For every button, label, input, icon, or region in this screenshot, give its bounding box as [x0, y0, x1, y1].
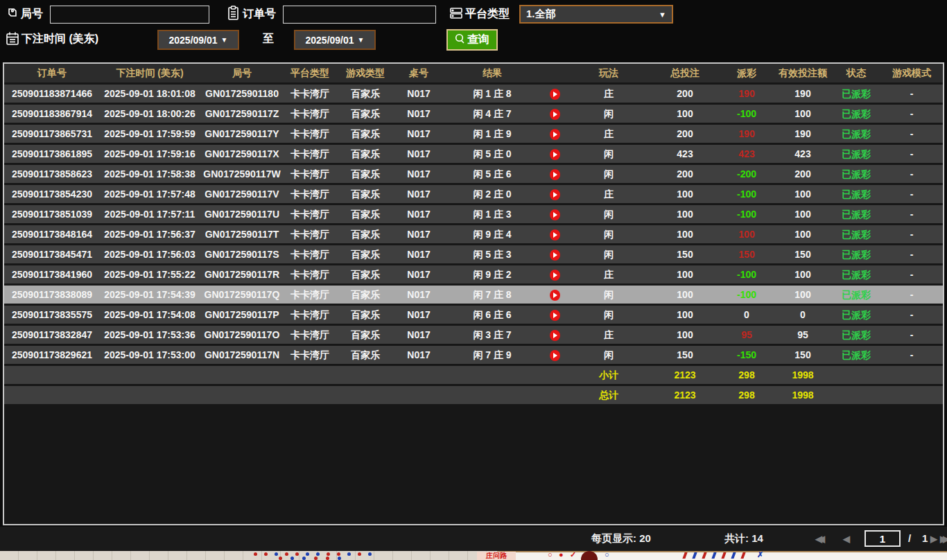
table-row[interactable]: 250901173835575 2025-09-01 17:54:08 GN01…: [4, 306, 943, 324]
play-circle-icon[interactable]: [550, 229, 560, 240]
play-circle-icon[interactable]: [550, 129, 560, 140]
platform-cell: 卡卡湾厅: [284, 85, 336, 103]
total-row: 总计 2123 298 1998: [4, 386, 943, 404]
server-stack-icon: [449, 6, 463, 23]
status-badge: 已派彩: [832, 85, 880, 103]
table-row[interactable]: 250901173838089 2025-09-01 17:54:39 GN01…: [4, 286, 943, 304]
bet-time-cell: 2025-09-01 17:53:00: [100, 346, 200, 364]
page-number-input[interactable]: [865, 530, 901, 547]
status-badge: 已派彩: [832, 346, 880, 364]
game-mode-cell: -: [880, 286, 943, 304]
result-cell: 闲 5 庄 0: [442, 145, 542, 163]
play-circle-icon[interactable]: [550, 169, 560, 180]
play-circle-icon[interactable]: [550, 270, 560, 281]
table-row[interactable]: 250901173832847 2025-09-01 17:53:36 GN01…: [4, 326, 943, 344]
page-total: 1: [922, 532, 928, 544]
table-row[interactable]: 250901173841960 2025-09-01 17:55:22 GN01…: [4, 265, 943, 283]
play-circle-icon[interactable]: [550, 350, 560, 361]
play-circle-icon[interactable]: [550, 290, 560, 301]
result-cell: 闲 5 庄 3: [442, 245, 542, 263]
replay-cell: [542, 346, 567, 364]
status-badge: 已派彩: [832, 286, 880, 304]
replay-cell: [542, 85, 567, 103]
bet-time-cell: 2025-09-01 17:54:39: [100, 286, 200, 304]
total-bet-cell: 150: [650, 245, 720, 263]
total-bet-cell: 100: [650, 306, 720, 324]
play-circle-icon[interactable]: [550, 189, 560, 200]
table-row[interactable]: 250901173829621 2025-09-01 17:53:00 GN01…: [4, 346, 943, 364]
bet-time-cell: 2025-09-01 17:54:08: [100, 306, 200, 324]
game-mode-cell: -: [880, 85, 943, 103]
platform-cell: 卡卡湾厅: [284, 346, 336, 364]
table-row[interactable]: 250901173858623 2025-09-01 17:58:38 GN01…: [4, 165, 943, 183]
bet-time-cell: 2025-09-01 17:56:37: [100, 225, 200, 243]
order-no-label: 订单号: [243, 7, 276, 21]
round-no-input[interactable]: [50, 6, 209, 24]
total-label: 总计: [567, 386, 650, 404]
payout-cell: 0: [720, 306, 774, 324]
table-header-row: 订单号 下注时间 (美东) 局号 平台类型 游戏类型 桌号 结果 玩法 总投注 …: [4, 64, 943, 82]
platform-cell: 卡卡湾厅: [284, 165, 336, 183]
table-no-cell: N017: [395, 326, 442, 344]
valid-bet-sum: 1998: [774, 386, 832, 404]
play-circle-icon[interactable]: [550, 330, 560, 341]
valid-bet-cell: 95: [774, 326, 832, 344]
play-cell: 闲: [567, 245, 650, 263]
col-header-round-no: 局号: [200, 64, 284, 82]
game-type-cell: 百家乐: [336, 125, 395, 143]
next-page-icon[interactable]: ▶: [930, 534, 937, 544]
game-type-cell: 百家乐: [336, 286, 395, 304]
total-bet-cell: 100: [650, 286, 720, 304]
result-cell: 闲 7 庄 9: [442, 346, 542, 364]
bet-time-cell: 2025-09-01 17:58:38: [100, 165, 200, 183]
table-row[interactable]: 250901173845471 2025-09-01 17:56:03 GN01…: [4, 245, 943, 263]
play-circle-icon[interactable]: [550, 109, 560, 120]
play-cell: 庄: [567, 326, 650, 344]
payout-cell: 190: [720, 125, 774, 143]
search-button[interactable]: 查询: [446, 29, 498, 51]
bet-time-cell: 2025-09-01 18:01:08: [100, 85, 200, 103]
col-header-valid-bet: 有效投注额: [774, 64, 832, 82]
table-no-cell: N017: [395, 185, 442, 203]
date-to-label: 至: [263, 32, 274, 46]
date-from-picker[interactable]: 2025/09/01 ▼: [157, 30, 239, 50]
table-row[interactable]: 250901173865731 2025-09-01 17:59:59 GN01…: [4, 125, 943, 143]
date-from-value: 2025/09/01: [169, 35, 218, 46]
game-mode-cell: -: [880, 185, 943, 203]
platform-cell: 卡卡湾厅: [284, 205, 336, 223]
game-mode-cell: -: [880, 205, 943, 223]
result-cell: 闲 7 庄 8: [442, 286, 542, 304]
platform-type-select[interactable]: 1.全部 ▼: [519, 5, 673, 24]
table-row[interactable]: 250901183871466 2025-09-01 18:01:08 GN01…: [4, 85, 943, 103]
play-cell: 闲: [567, 165, 650, 183]
play-circle-icon[interactable]: [550, 250, 560, 261]
platform-cell: 卡卡湾厅: [284, 125, 336, 143]
first-page-icon[interactable]: ◀◀: [815, 534, 821, 544]
platform-type-value: 1.全部: [521, 8, 659, 21]
table-row[interactable]: 250901173851039 2025-09-01 17:57:11 GN01…: [4, 205, 943, 223]
play-circle-icon[interactable]: [550, 310, 560, 321]
game-mode-cell: -: [880, 225, 943, 243]
table-row[interactable]: 250901173861895 2025-09-01 17:59:16 GN01…: [4, 145, 943, 163]
play-circle-icon[interactable]: [550, 149, 560, 160]
order-no-input[interactable]: [283, 6, 436, 24]
total-bet-cell: 200: [650, 165, 720, 183]
play-circle-icon[interactable]: [550, 209, 560, 220]
date-to-picker[interactable]: 2025/09/01 ▼: [294, 30, 376, 50]
payout-cell: -100: [720, 286, 774, 304]
round-no-cell: GN0172590117S: [200, 245, 284, 263]
last-page-icon[interactable]: ▶▶: [940, 534, 946, 544]
check-mark: ✓: [570, 550, 576, 559]
status-badge: 已派彩: [832, 225, 880, 243]
result-cell: 闲 5 庄 6: [442, 165, 542, 183]
total-bet-cell: 200: [650, 125, 720, 143]
table-row[interactable]: 250901173854230 2025-09-01 17:57:48 GN01…: [4, 185, 943, 203]
table-row[interactable]: 250901173848164 2025-09-01 17:56:37 GN01…: [4, 225, 943, 243]
table-no-cell: N017: [395, 306, 442, 324]
prev-page-icon[interactable]: ◀: [843, 534, 850, 544]
payout-cell: 95: [720, 326, 774, 344]
bet-time-cell: 2025-09-01 17:57:11: [100, 205, 200, 223]
table-no-cell: N017: [395, 145, 442, 163]
table-row[interactable]: 250901183867914 2025-09-01 18:00:26 GN01…: [4, 105, 943, 123]
play-circle-icon[interactable]: [550, 89, 560, 100]
